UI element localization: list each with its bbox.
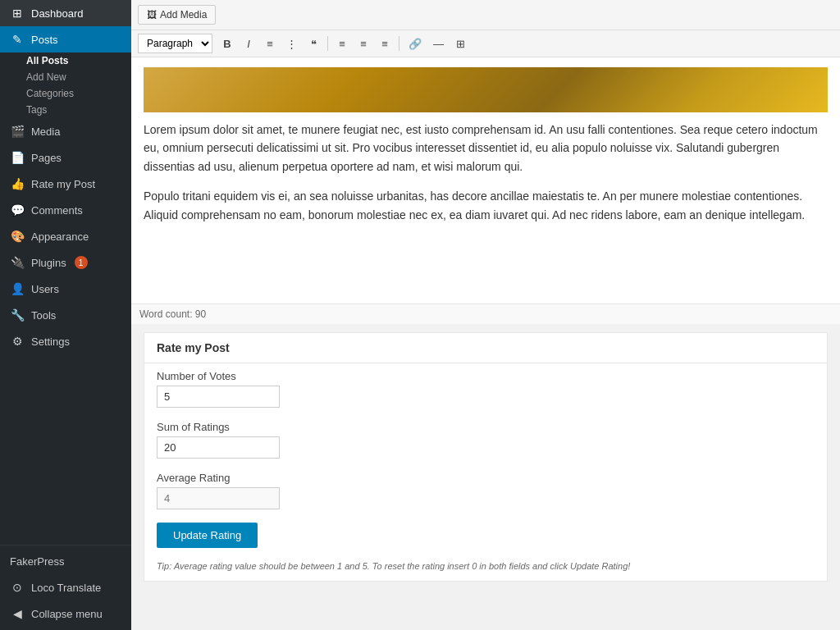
pages-icon: 📄 <box>10 151 25 164</box>
media-icon: 🎬 <box>10 125 25 138</box>
sidebar-item-rate-my-post[interactable]: 👍 Rate my Post <box>0 171 131 197</box>
align-center-button[interactable]: ≡ <box>354 35 373 52</box>
horizontal-rule-button[interactable]: — <box>428 35 449 52</box>
users-icon: 👤 <box>10 282 25 295</box>
main-content: 🖼 Add Media ParagraphHeading 1Heading 2H… <box>131 0 840 630</box>
sidebar-item-label: Comments <box>31 204 83 217</box>
dashboard-icon: ⊞ <box>10 7 25 20</box>
add-media-toolbar: 🖼 Add Media <box>131 0 840 30</box>
sum-of-ratings-label: Sum of Ratings <box>157 421 815 433</box>
link-button[interactable]: 🔗 <box>404 35 427 52</box>
format-separator-2 <box>399 36 399 51</box>
loco-translate-icon: ⊙ <box>10 581 25 594</box>
number-of-votes-field: Number of Votes <box>144 363 827 414</box>
editor-content-area[interactable]: Lorem ipsum dolor sit amet, te munere fe… <box>131 57 840 304</box>
sidebar-item-label: Tools <box>31 309 56 322</box>
format-separator-1 <box>327 36 328 51</box>
format-select[interactable]: ParagraphHeading 1Heading 2Heading 3 <box>138 34 212 53</box>
fakerpress-label: FakerPress <box>10 555 64 568</box>
editor-container: 🖼 Add Media ParagraphHeading 1Heading 2H… <box>131 0 840 324</box>
average-rating-label: Average Rating <box>157 472 815 484</box>
editor-image <box>144 67 828 112</box>
sidebar-item-label: Rate my Post <box>31 178 95 190</box>
sidebar-item-appearance[interactable]: 🎨 Appearance <box>0 223 131 249</box>
sidebar-item-dashboard[interactable]: ⊞ Dashboard <box>0 0 131 26</box>
rate-my-post-icon: 👍 <box>10 177 25 190</box>
ordered-list-button[interactable]: ⋮ <box>281 35 302 52</box>
editor-paragraph-2: Populo tritani equidem vis ei, an sea no… <box>144 187 828 224</box>
sidebar-sub-all-posts[interactable]: All Posts <box>0 52 131 69</box>
format-bar: ParagraphHeading 1Heading 2Heading 3 B I… <box>131 30 840 57</box>
sidebar-item-plugins[interactable]: 🔌 Plugins 1 <box>0 249 131 276</box>
sidebar-item-label: Posts <box>31 34 58 46</box>
loco-translate-label: Loco Translate <box>31 582 101 594</box>
sidebar-sub-add-new[interactable]: Add New <box>0 69 131 85</box>
rate-my-post-section: Rate my Post Number of Votes Sum of Rati… <box>131 324 840 582</box>
sidebar-sub-categories[interactable]: Categories <box>0 85 131 102</box>
sidebar-sub-tags[interactable]: Tags <box>0 102 131 118</box>
average-rating-field: Average Rating <box>144 465 827 516</box>
rate-tip: Tip: Average rating value should be betw… <box>144 556 827 581</box>
sidebar-item-fakerpress[interactable]: FakerPress <box>0 549 131 574</box>
settings-icon: ⚙ <box>10 335 25 348</box>
sum-of-ratings-input[interactable] <box>157 436 280 459</box>
rate-box-title: Rate my Post <box>144 333 827 363</box>
comments-icon: 💬 <box>10 203 25 217</box>
bold-button[interactable]: B <box>217 35 237 52</box>
average-rating-input[interactable] <box>157 487 280 509</box>
sidebar-item-tools[interactable]: 🔧 Tools <box>0 302 131 328</box>
align-right-button[interactable]: ≡ <box>375 35 395 52</box>
sidebar: ⊞ Dashboard ✎ Posts All Posts Add New Ca… <box>0 0 131 630</box>
sidebar-item-media[interactable]: 🎬 Media <box>0 118 131 144</box>
word-count-bar: Word count: 90 <box>131 304 840 324</box>
word-count-value: 90 <box>195 308 206 320</box>
unordered-list-button[interactable]: ≡ <box>260 35 280 52</box>
editor-paragraph-1: Lorem ipsum dolor sit amet, te munere fe… <box>144 121 828 176</box>
align-left-button[interactable]: ≡ <box>332 35 352 52</box>
sidebar-item-collapse-menu[interactable]: ◀ Collapse menu <box>0 600 131 627</box>
number-of-votes-input[interactable] <box>157 386 280 408</box>
collapse-menu-label: Collapse menu <box>31 608 103 620</box>
collapse-icon: ◀ <box>10 607 25 620</box>
add-media-button[interactable]: 🖼 Add Media <box>138 5 216 25</box>
sidebar-item-label: Users <box>31 283 59 295</box>
add-media-icon: 🖼 <box>147 9 157 21</box>
sidebar-item-label: Plugins <box>31 257 66 269</box>
update-rating-button[interactable]: Update Rating <box>157 523 258 548</box>
editor-wrap: 🖼 Add Media ParagraphHeading 1Heading 2H… <box>131 0 840 630</box>
sum-of-ratings-field: Sum of Ratings <box>144 414 827 465</box>
tools-icon: 🔧 <box>10 308 25 322</box>
sidebar-item-comments[interactable]: 💬 Comments <box>0 197 131 223</box>
rate-my-post-box: Rate my Post Number of Votes Sum of Rati… <box>144 332 828 582</box>
sidebar-item-loco-translate[interactable]: ⊙ Loco Translate <box>0 574 131 600</box>
word-count-label: Word count: <box>139 308 192 320</box>
italic-button[interactable]: I <box>239 35 258 52</box>
plugins-icon: 🔌 <box>10 256 25 269</box>
sidebar-item-settings[interactable]: ⚙ Settings <box>0 328 131 354</box>
sidebar-item-label: Dashboard <box>31 7 84 20</box>
sidebar-item-pages[interactable]: 📄 Pages <box>0 144 131 171</box>
sidebar-item-label: Media <box>31 126 60 138</box>
sidebar-item-posts[interactable]: ✎ Posts <box>0 26 131 52</box>
sidebar-item-users[interactable]: 👤 Users <box>0 276 131 302</box>
sidebar-item-label: Appearance <box>31 231 89 243</box>
table-button[interactable]: ⊞ <box>450 35 470 52</box>
number-of-votes-label: Number of Votes <box>157 370 815 382</box>
sidebar-item-label: Pages <box>31 152 62 164</box>
blockquote-button[interactable]: ❝ <box>304 35 323 52</box>
sidebar-divider <box>0 545 131 546</box>
sidebar-item-label: Settings <box>31 336 70 348</box>
appearance-icon: 🎨 <box>10 230 25 243</box>
posts-icon: ✎ <box>10 33 25 46</box>
plugins-badge: 1 <box>75 256 88 269</box>
